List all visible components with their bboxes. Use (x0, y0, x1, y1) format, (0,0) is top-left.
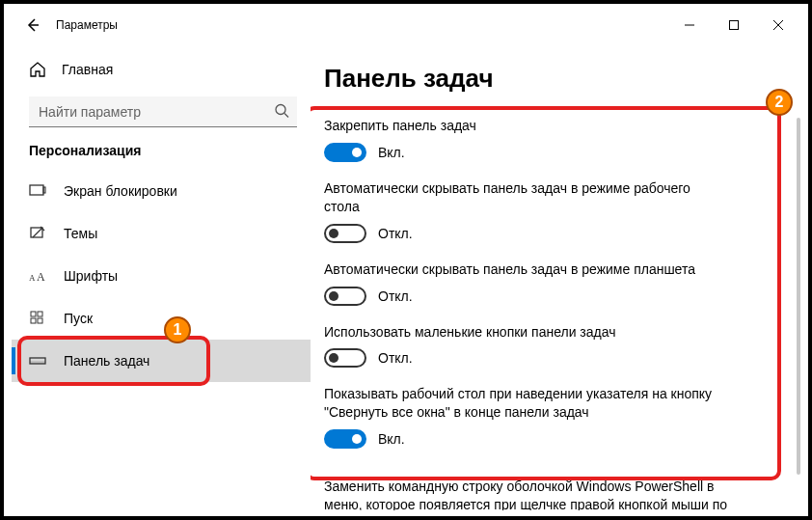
sidebar-item-label: Темы (64, 226, 97, 241)
setting-label: Использовать маленькие кнопки панели зад… (324, 323, 725, 342)
sidebar-item-lockscreen[interactable]: Экран блокировки (12, 170, 311, 212)
setting-label: Закрепить панель задач (324, 117, 725, 135)
setting-label: Автоматически скрывать панель задач в ре… (324, 179, 725, 216)
page-title: Панель задач (320, 64, 791, 94)
search-icon (274, 103, 289, 122)
sidebar-item-taskbar[interactable]: Панель задач (12, 340, 311, 382)
toggle-small-buttons[interactable] (324, 348, 366, 368)
sidebar: Главная Персонализация Экран блокировки (12, 41, 311, 510)
taskbar-icon (29, 352, 46, 369)
svg-rect-7 (31, 312, 36, 316)
setting-autohide-tablet: Автоматически скрывать панель задач в ре… (320, 260, 725, 306)
setting-autohide-desktop: Автоматически скрывать панель задач в ре… (320, 179, 725, 243)
home-icon (29, 61, 46, 78)
main-content: Панель задач Закрепить панель задач Вкл.… (311, 41, 800, 510)
svg-point-1 (276, 105, 285, 115)
sidebar-item-label: Экран блокировки (64, 183, 177, 199)
window-controls (667, 11, 800, 40)
toggle-state: Вкл. (378, 145, 405, 160)
titlebar: Параметры (12, 10, 800, 41)
toggle-autohide-desktop[interactable] (324, 224, 366, 243)
window-body: Главная Персонализация Экран блокировки (12, 41, 800, 510)
toggle-autohide-tablet[interactable] (324, 287, 366, 306)
toggle-state: Откл. (378, 350, 413, 366)
fonts-icon: AA (29, 269, 46, 283)
toggle-lock-taskbar[interactable] (324, 143, 366, 162)
window-title: Параметры (56, 18, 118, 32)
minimize-button[interactable] (667, 11, 712, 40)
scrollbar[interactable] (797, 118, 800, 475)
setting-peek-desktop: Показывать рабочий стол при наведении ук… (320, 385, 725, 449)
svg-rect-12 (30, 361, 45, 364)
arrow-left-icon (25, 17, 41, 33)
toggle-peek-desktop[interactable] (324, 429, 366, 449)
search-wrap (29, 96, 297, 127)
toggle-state: Вкл. (378, 431, 405, 447)
setting-lock-taskbar: Закрепить панель задач Вкл. (320, 117, 725, 162)
svg-rect-10 (38, 318, 42, 323)
sidebar-item-start[interactable]: Пуск (12, 297, 311, 340)
svg-rect-2 (30, 185, 43, 195)
sidebar-item-label: Панель задач (64, 353, 149, 369)
sidebar-item-label: Шрифты (64, 268, 118, 284)
setting-label: Автоматически скрывать панель задач в ре… (324, 260, 725, 279)
sidebar-item-fonts[interactable]: AA Шрифты (12, 255, 311, 297)
home-nav[interactable]: Главная (12, 50, 311, 89)
sidebar-item-themes[interactable]: Темы (12, 212, 311, 255)
lockscreen-icon (29, 182, 46, 200)
setting-small-buttons: Использовать маленькие кнопки панели зад… (320, 323, 725, 369)
powershell-setting-label: Заменить командную строку оболочкой Wind… (320, 466, 735, 510)
close-button[interactable] (756, 11, 800, 40)
themes-icon (29, 225, 46, 242)
svg-rect-3 (43, 187, 45, 193)
svg-rect-0 (730, 21, 739, 30)
toggle-state: Откл. (378, 288, 413, 304)
svg-text:A: A (37, 270, 45, 283)
search-input[interactable] (29, 96, 297, 127)
minimize-icon (684, 19, 695, 31)
start-icon (29, 310, 46, 327)
section-label: Персонализация (12, 143, 311, 170)
close-icon (772, 19, 784, 31)
sidebar-item-label: Пуск (64, 311, 93, 326)
svg-rect-8 (38, 312, 42, 316)
svg-text:A: A (29, 273, 36, 283)
settings-window: Параметры Главная (12, 10, 800, 510)
setting-label: Показывать рабочий стол при наведении ук… (324, 385, 725, 422)
maximize-icon (728, 19, 740, 31)
toggle-state: Откл. (378, 226, 413, 241)
maximize-button[interactable] (712, 11, 756, 40)
home-label: Главная (62, 62, 113, 77)
back-button[interactable] (19, 12, 46, 39)
svg-rect-9 (31, 318, 36, 323)
